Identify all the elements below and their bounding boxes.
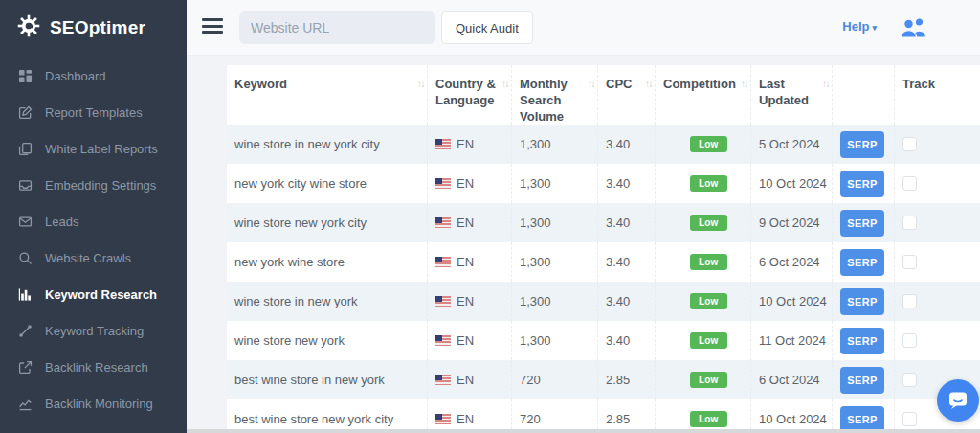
serp-button[interactable]: SERP xyxy=(840,210,884,237)
last-updated-cell: 6 Oct 2024 xyxy=(750,360,832,399)
monthly-search-volume-cell: 1,300 xyxy=(511,242,597,282)
track-checkbox[interactable] xyxy=(902,137,917,151)
sort-icon[interactable]: ↑↓ xyxy=(501,78,508,90)
column-header-monthly-search-volume[interactable]: Monthly Search Volume ↑↓ xyxy=(511,65,597,125)
us-flag-icon xyxy=(435,139,451,149)
sort-icon[interactable]: ↑↓ xyxy=(417,78,424,90)
competition-badge: Low xyxy=(690,411,727,427)
external-link-icon xyxy=(18,360,33,375)
copy-icon xyxy=(18,142,33,156)
sidebar-item-leads[interactable]: Leads xyxy=(0,203,187,239)
help-menu[interactable]: Help▾ xyxy=(842,19,877,34)
sidebar-item-label: Leads xyxy=(45,215,78,229)
last-updated-cell: 10 Oct 2024 xyxy=(750,399,832,433)
sort-icon[interactable]: ↑↓ xyxy=(645,78,652,90)
country-language-cell: EN xyxy=(427,321,511,360)
sidebar-item-backlink-research[interactable]: Backlink Research xyxy=(0,349,187,385)
column-header-cpc[interactable]: CPC ↑↓ xyxy=(597,65,655,125)
website-url-input[interactable] xyxy=(239,11,435,44)
track-checkbox[interactable] xyxy=(902,176,917,191)
last-updated-cell: 10 Oct 2024 xyxy=(750,164,832,203)
serp-button[interactable]: SERP xyxy=(840,288,884,315)
us-flag-icon xyxy=(435,335,451,346)
keyword-table-card: Keyword ↑↓ Country & Language ↑↓ Monthly… xyxy=(227,65,980,433)
users-icon[interactable] xyxy=(898,14,930,39)
competition-badge: Low xyxy=(690,332,727,349)
sort-icon[interactable]: ↑↓ xyxy=(588,78,594,90)
competition-cell: Low xyxy=(655,360,750,399)
column-header-keyword[interactable]: Keyword ↑↓ xyxy=(227,65,427,125)
country-language-cell: EN xyxy=(427,203,511,242)
sort-icon[interactable]: ↑↓ xyxy=(822,78,829,90)
keyword-cell: new york wine store xyxy=(227,242,427,282)
sidebar-item-keyword-tracking[interactable]: Keyword Tracking xyxy=(0,312,187,349)
track-checkbox[interactable] xyxy=(902,216,917,230)
serp-cell: SERP xyxy=(832,164,894,203)
table-row: wine store new york city EN 1,300 3.40 L… xyxy=(227,203,980,242)
search-icon xyxy=(18,251,33,265)
track-checkbox[interactable] xyxy=(902,294,917,308)
competition-cell: Low xyxy=(655,282,750,321)
last-updated-cell: 10 Oct 2024 xyxy=(750,282,832,321)
last-updated-cell: 5 Oct 2024 xyxy=(750,125,832,164)
cpc-cell: 2.85 xyxy=(597,360,655,399)
track-checkbox[interactable] xyxy=(902,255,917,269)
last-updated-cell: 9 Oct 2024 xyxy=(750,203,832,242)
competition-cell: Low xyxy=(655,242,750,282)
sidebar-item-label: Keyword Research xyxy=(45,287,157,302)
sidebar-item-label: Dashboard xyxy=(45,69,106,83)
sidebar-item-label: Backlink Research xyxy=(45,360,148,375)
sidebar-item-label: Report Templates xyxy=(45,105,143,120)
logo[interactable]: SEOptimer xyxy=(0,0,187,56)
quick-audit-button[interactable]: Quick Audit xyxy=(441,11,533,44)
gear-logo-icon xyxy=(16,13,41,42)
table-row: wine store in new york city EN 1,300 3.4… xyxy=(227,125,980,164)
sidebar-item-label: Keyword Tracking xyxy=(45,324,144,338)
column-header-last-updated[interactable]: Last Updated ↑↓ xyxy=(750,65,832,125)
sidebar-item-website-crawls[interactable]: Website Crawls xyxy=(0,239,187,276)
track-checkbox[interactable] xyxy=(902,333,917,348)
keyword-cell: wine store new york xyxy=(227,321,427,360)
track-cell xyxy=(894,125,979,164)
keyword-cell: new york city wine store xyxy=(227,164,427,203)
keyword-cell: wine store new york city xyxy=(227,203,427,242)
competition-cell: Low xyxy=(655,321,750,360)
country-language-cell: EN xyxy=(427,242,511,282)
track-cell xyxy=(894,321,979,360)
sidebar-item-backlink-monitoring[interactable]: Backlink Monitoring xyxy=(0,385,187,422)
serp-button[interactable]: SERP xyxy=(840,249,884,276)
sidebar-menu: Dashboard Report Templates White Label R… xyxy=(0,56,187,422)
serp-button[interactable]: SERP xyxy=(840,367,884,394)
column-header-competition[interactable]: Competition ↑↓ xyxy=(655,65,750,125)
track-checkbox[interactable] xyxy=(902,373,917,387)
serp-button[interactable]: SERP xyxy=(840,131,884,158)
sidebar-item-dashboard[interactable]: Dashboard xyxy=(0,57,187,94)
sidebar-item-embedding-settings[interactable]: Embedding Settings xyxy=(0,167,187,203)
chat-widget-button[interactable] xyxy=(937,379,979,422)
monthly-search-volume-cell: 1,300 xyxy=(511,282,597,321)
cpc-cell: 3.40 xyxy=(597,321,655,360)
serp-cell: SERP xyxy=(832,203,894,242)
serp-cell: SERP xyxy=(832,321,894,360)
keyword-cell: wine store in new york xyxy=(227,282,427,321)
us-flag-icon xyxy=(435,178,451,189)
sidebar-item-keyword-research[interactable]: Keyword Research xyxy=(0,276,187,312)
table-row: best wine store new york city EN 720 2.8… xyxy=(227,399,980,433)
serp-button[interactable]: SERP xyxy=(840,328,884,354)
sort-icon[interactable]: ↑↓ xyxy=(741,78,747,90)
sidebar-item-report-templates[interactable]: Report Templates xyxy=(0,94,187,130)
monthly-search-volume-cell: 1,300 xyxy=(511,125,597,164)
sidebar-item-label: Embedding Settings xyxy=(45,178,156,193)
table-body: wine store in new york city EN 1,300 3.4… xyxy=(227,125,980,433)
track-checkbox[interactable] xyxy=(902,412,917,426)
column-header-country-language[interactable]: Country & Language ↑↓ xyxy=(427,65,511,125)
competition-cell: Low xyxy=(655,164,750,203)
cpc-cell: 3.40 xyxy=(597,282,655,321)
table-header-row: Keyword ↑↓ Country & Language ↑↓ Monthly… xyxy=(227,65,980,125)
country-language-cell: EN xyxy=(427,399,511,433)
hamburger-menu-icon[interactable] xyxy=(202,18,225,37)
cpc-cell: 3.40 xyxy=(597,242,655,282)
serp-button[interactable]: SERP xyxy=(840,171,884,197)
mail-icon xyxy=(18,215,33,229)
sidebar-item-white-label-reports[interactable]: White Label Reports xyxy=(0,130,187,167)
